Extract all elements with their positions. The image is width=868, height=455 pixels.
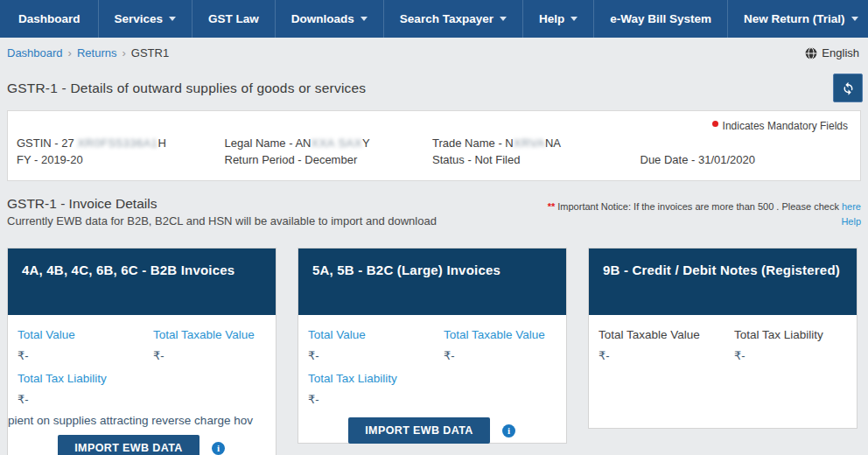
total-taxable-amount: ₹- [153, 349, 265, 362]
total-value-amount: ₹- [308, 349, 444, 362]
tile-b2b-body: Total Value ₹- Total Taxable Value ₹- To… [8, 315, 276, 455]
legal-name-redacted: XXA SAX [312, 136, 362, 150]
nav-new-return-trial[interactable]: New Return (Trial) [728, 0, 868, 38]
return-period: Return Period - December [225, 152, 433, 169]
language-label: English [822, 46, 859, 60]
summary-col-legal: Legal Name - ANXXA SAXY Return Period - … [225, 136, 433, 168]
nav-help-label: Help [539, 12, 564, 25]
tax-liability-amount: ₹- [18, 393, 265, 406]
nav-eway-bill-system[interactable]: e-Way Bill System [594, 0, 728, 38]
gstin-prefix: GSTIN - 27 [17, 136, 74, 150]
total-taxable-link[interactable]: Total Taxable Value [444, 328, 545, 341]
important-notice: **Important Notice: If the invoices are … [548, 200, 861, 229]
notice-stars: ** [548, 201, 556, 212]
globe-icon [805, 47, 817, 60]
nav-gst-law-label: GST Law [208, 12, 259, 25]
nav-downloads[interactable]: Downloads [276, 0, 384, 38]
invoice-details-section-header: GSTR-1 - Invoice Details Currently EWB d… [7, 196, 861, 229]
chevron-down-icon [851, 17, 858, 24]
mandatory-fields-note: Indicates Mandatory Fields [17, 118, 848, 134]
tile-credit-debit-notes: 9B - Credit / Debit Notes (Registered) T… [588, 248, 858, 429]
nav-search-taxpayer[interactable]: Search Taxpayer [384, 0, 523, 38]
tile-b2c-large-invoices: 5A, 5B - B2C (Large) Invoices Total Valu… [298, 248, 567, 444]
language-selector[interactable]: English [805, 46, 859, 60]
tile-b2c-body: Total Value ₹- Total Taxable Value ₹- To… [298, 315, 566, 444]
tile-b2c-metrics: Total Value ₹- Total Taxable Value ₹- [308, 326, 556, 370]
filing-status: Status - Not Filed [432, 152, 640, 169]
mandatory-dot-icon [712, 121, 718, 127]
metric-tax-liability: Total Tax Liability ₹- [18, 370, 265, 406]
summary-col-gstin: GSTIN - 27 XR0FS5336A1H FY - 2019-20 [17, 136, 225, 168]
total-value-link[interactable]: Total Value [308, 328, 366, 341]
taxpayer-summary-grid: GSTIN - 27 XR0FS5336A1H FY - 2019-20 Leg… [17, 136, 848, 168]
metric-total-value: Total Value ₹- [308, 326, 444, 370]
section-title: GSTR-1 - Invoice Details [7, 196, 437, 212]
refresh-icon [841, 80, 856, 95]
trade-name-redacted: XRVA [514, 136, 545, 150]
tax-liability-label: Total Tax Liability [734, 328, 823, 341]
breadcrumb-row: Dashboard›Returns›GSTR1 English [7, 46, 861, 60]
tile-cdn-body: Total Taxable Value ₹- Total Tax Liabili… [589, 315, 857, 370]
nav-dashboard-label: Dashboard [18, 12, 80, 25]
taxpayer-summary-card: Indicates Mandatory Fields GSTIN - 27 XR… [7, 110, 861, 181]
section-left: GSTR-1 - Invoice Details Currently EWB d… [7, 196, 437, 229]
breadcrumb-current: GSTR1 [131, 46, 169, 60]
tile-b2c-actions: IMPORT EWB DATA [308, 417, 556, 444]
total-value-link[interactable]: Total Value [18, 328, 75, 341]
import-ewb-data-button[interactable]: IMPORT EWB DATA [58, 435, 200, 455]
page-title: GSTR-1 - Details of outward supplies of … [7, 80, 366, 96]
total-taxable-label: Total Taxable Value [598, 328, 700, 341]
nav-search-taxpayer-label: Search Taxpayer [400, 12, 494, 25]
tax-liability-link[interactable]: Total Tax Liability [308, 372, 397, 385]
help-link[interactable]: Help [841, 216, 861, 227]
nav-services-label: Services [115, 12, 164, 25]
chevron-down-icon [570, 17, 578, 24]
breadcrumb-returns[interactable]: Returns [77, 46, 117, 60]
metric-total-taxable: Total Taxable Value ₹- [153, 326, 265, 370]
chevron-down-icon [500, 17, 507, 24]
notice-line: **Important Notice: If the invoices are … [548, 200, 861, 214]
tile-cdn-metrics: Total Taxable Value ₹- Total Tax Liabili… [598, 326, 846, 370]
nav-gst-law[interactable]: GST Law [192, 0, 276, 38]
nav-dashboard[interactable]: Dashboard [0, 0, 99, 38]
section-subtitle: Currently EWB data for B2B, B2CL and HSN… [7, 214, 437, 228]
metric-tax-liability: Total Tax Liability ₹- [308, 370, 556, 406]
tax-liability-amount: ₹- [734, 349, 846, 362]
breadcrumb: Dashboard›Returns›GSTR1 [7, 46, 169, 60]
tile-cdn-header: 9B - Credit / Debit Notes (Registered) [589, 248, 857, 315]
legal-name-suffix: Y [362, 136, 370, 150]
breadcrumb-separator: › [68, 46, 72, 60]
breadcrumb-dashboard[interactable]: Dashboard [7, 46, 63, 60]
import-ewb-data-button[interactable]: IMPORT EWB DATA [348, 417, 490, 444]
tax-liability-amount: ₹- [308, 393, 556, 406]
nav-downloads-label: Downloads [291, 12, 354, 25]
notice-here-link[interactable]: here [842, 201, 861, 212]
notice-text: Important Notice: If the invoices are mo… [557, 201, 839, 212]
nav-services[interactable]: Services [99, 0, 193, 38]
tax-liability-link[interactable]: Total Tax Liability [18, 372, 107, 385]
info-icon[interactable] [502, 424, 515, 438]
metric-total-taxable: Total Taxable Value ₹- [598, 326, 734, 370]
mandatory-note-label: Indicates Mandatory Fields [723, 120, 848, 132]
trade-name-suffix: NA [545, 136, 561, 150]
gstin-suffix: H [158, 136, 166, 150]
chevron-down-icon [169, 17, 176, 24]
summary-col-trade: Trade Name - NXRVANA Status - Not Filed [432, 136, 640, 168]
info-icon[interactable] [212, 442, 225, 455]
tile-b2b-invoices: 4A, 4B, 4C, 6B, 6C - B2B Invoices Total … [7, 248, 276, 455]
total-taxable-amount: ₹- [444, 349, 556, 362]
tile-b2b-header: 4A, 4B, 4C, 6B, 6C - B2B Invoices [8, 248, 276, 315]
nav-new-return-trial-label: New Return (Trial) [744, 12, 845, 25]
nav-help[interactable]: Help [523, 0, 594, 38]
metric-total-value: Total Value ₹- [18, 326, 153, 370]
scrolling-notice-text: ipient on supplies attracting reverse ch… [8, 414, 253, 427]
total-taxable-link[interactable]: Total Taxable Value [153, 328, 255, 341]
invoice-tiles: 4A, 4B, 4C, 6B, 6C - B2B Invoices Total … [7, 248, 861, 455]
total-taxable-amount: ₹- [598, 349, 734, 362]
refresh-button[interactable] [833, 74, 863, 102]
financial-year: FY - 2019-20 [17, 152, 225, 169]
nav-eway-bill-system-label: e-Way Bill System [610, 12, 711, 25]
metric-tax-liability: Total Tax Liability ₹- [734, 326, 846, 370]
legal-name: Legal Name - ANXXA SAXY [225, 136, 433, 152]
due-date: Due Date - 31/01/2020 [640, 152, 849, 169]
